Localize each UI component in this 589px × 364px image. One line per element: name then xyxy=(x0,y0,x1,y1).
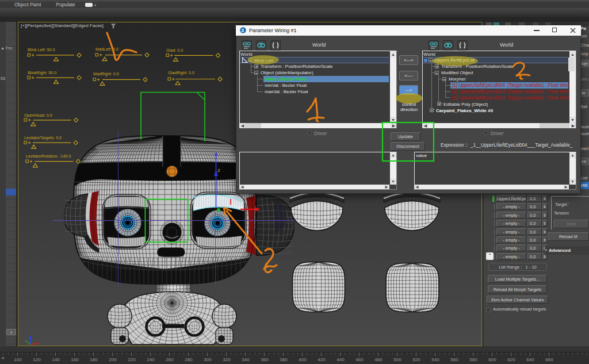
svg-text:Glad: 0.0: Glad: 0.0 xyxy=(166,48,183,53)
svg-text:LevitatorTargets: 0.0: LevitatorTargets: 0.0 xyxy=(24,135,62,140)
svg-text:OpenHead: 0.0: OpenHead: 0.0 xyxy=(24,113,52,118)
svg-text:MadRight: 0.0: MadRight: 0.0 xyxy=(93,71,119,76)
svg-text:3: 3 xyxy=(241,28,244,33)
svg-text:Blink Left: 50.0: Blink Left: 50.0 xyxy=(28,47,55,52)
svg-text:BlinkRight: 50.0: BlinkRight: 50.0 xyxy=(28,70,56,75)
svg-text:Z: Z xyxy=(217,168,220,173)
svg-text:GladRight: 0.0: GladRight: 0.0 xyxy=(168,70,194,75)
svg-text:MadLeft: 0.0: MadLeft: 0.0 xyxy=(95,47,118,52)
svg-text:LevitatorRotation: -140.0: LevitatorRotation: -140.0 xyxy=(26,154,71,159)
